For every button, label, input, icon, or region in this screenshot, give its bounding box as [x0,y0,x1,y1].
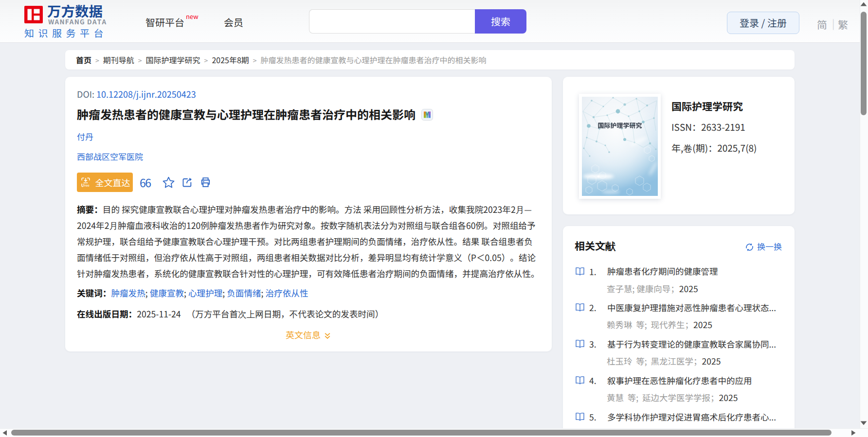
svg-text:free: free [83,183,89,188]
svg-text:国际护理学研究: 国际护理学研究 [597,121,642,130]
